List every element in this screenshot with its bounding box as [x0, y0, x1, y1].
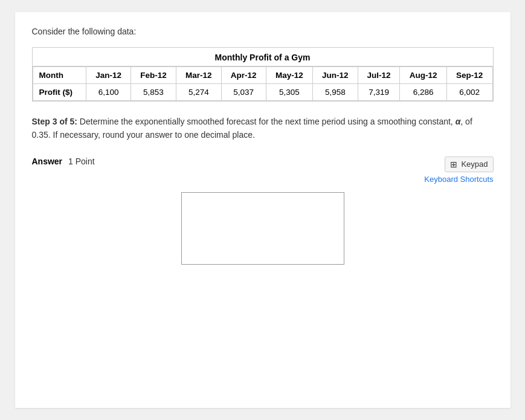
header-col-label: Month — [33, 67, 86, 84]
keypad-label: Keypad — [461, 160, 488, 169]
column-header-2: Mar-12 — [176, 67, 221, 84]
data-cell-6: 7,319 — [358, 84, 400, 101]
answer-label-group: Answer 1 Point — [32, 157, 95, 166]
column-header-1: Feb-12 — [131, 67, 176, 84]
keypad-button[interactable]: ⊞ Keypad — [445, 157, 493, 172]
data-cell-5: 5,958 — [312, 84, 358, 101]
column-header-0: Jan-12 — [86, 67, 131, 84]
column-header-8: Sep-12 — [446, 67, 492, 84]
answer-label: Answer — [32, 157, 63, 166]
data-cell-3: 5,037 — [221, 84, 266, 101]
answer-input[interactable] — [181, 192, 344, 265]
data-col-label: Profit ($) — [33, 84, 86, 101]
column-header-3: Apr-12 — [221, 67, 266, 84]
data-cell-8: 6,002 — [446, 84, 492, 101]
data-cell-2: 5,274 — [176, 84, 221, 101]
answer-section: Answer 1 Point ⊞ Keypad Keyboard Shortcu… — [32, 157, 494, 265]
step-label: Step 3 of 5: — [32, 117, 77, 126]
keypad-icon: ⊞ — [450, 160, 457, 169]
data-table: MonthJan-12Feb-12Mar-12Apr-12May-12Jun-1… — [33, 66, 493, 101]
data-cell-1: 5,853 — [131, 84, 176, 101]
table-wrapper: Monthly Profit of a Gym MonthJan-12Feb-1… — [32, 47, 494, 102]
data-cell-0: 6,100 — [86, 84, 131, 101]
data-cell-4: 5,305 — [266, 84, 312, 101]
column-header-5: Jun-12 — [312, 67, 358, 84]
column-header-6: Jul-12 — [358, 67, 400, 84]
keypad-section: ⊞ Keypad Keyboard Shortcuts — [424, 157, 493, 184]
table-header-row: MonthJan-12Feb-12Mar-12Apr-12May-12Jun-1… — [33, 67, 492, 84]
column-header-4: May-12 — [266, 67, 312, 84]
keyboard-shortcuts-link[interactable]: Keyboard Shortcuts — [424, 175, 493, 184]
answer-points: 1 Point — [68, 157, 95, 166]
answer-header: Answer 1 Point ⊞ Keypad Keyboard Shortcu… — [32, 157, 494, 184]
table-title: Monthly Profit of a Gym — [33, 48, 493, 66]
data-cell-7: 6,286 — [400, 84, 446, 101]
answer-input-area — [32, 192, 494, 265]
main-container: Consider the following data: Monthly Pro… — [15, 12, 511, 408]
step-text: Step 3 of 5: Determine the exponentially… — [32, 115, 494, 142]
table-data-row: Profit ($)6,1005,8535,2745,0375,3055,958… — [33, 84, 492, 101]
column-header-7: Aug-12 — [400, 67, 446, 84]
step-description: Determine the exponentially smoothed for… — [77, 117, 456, 126]
consider-text: Consider the following data: — [32, 27, 494, 36]
